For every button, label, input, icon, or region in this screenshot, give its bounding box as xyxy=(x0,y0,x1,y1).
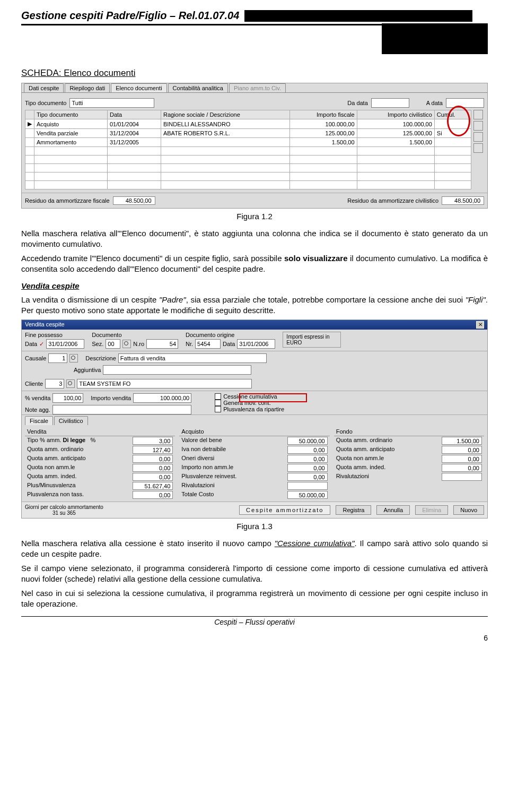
annulla-button[interactable]: Annulla xyxy=(376,505,410,515)
data-label: Data xyxy=(25,341,37,347)
elimina-button: Elimina xyxy=(415,505,448,515)
field[interactable]: 0,00 xyxy=(287,455,328,463)
field[interactable]: 51.627,40 xyxy=(133,482,173,490)
col-fondo: Fondo xyxy=(334,427,484,436)
a-data-field[interactable] xyxy=(446,98,484,108)
field[interactable] xyxy=(442,473,482,481)
field[interactable]: 127,40 xyxy=(133,446,173,454)
note-field[interactable] xyxy=(52,405,191,414)
importo-vendita-field[interactable]: 100.000,00 xyxy=(133,393,191,403)
cespite-ammortizzato-button[interactable]: Cespite ammortizzato xyxy=(239,505,330,515)
res-fiscale-value: 48.500,00 xyxy=(113,196,155,205)
res-civ-value: 48.500,00 xyxy=(442,196,484,205)
action-icon[interactable] xyxy=(473,143,483,153)
nro-field[interactable]: 54 xyxy=(146,339,178,349)
registra-button[interactable]: Registra xyxy=(336,505,371,515)
field[interactable]: 0,00 xyxy=(133,491,173,499)
tab-piano: Piano amm.to Civ. xyxy=(229,83,286,92)
window-title: Vendita cespite xyxy=(25,321,65,329)
data-origine-field[interactable]: 31/01/2006 xyxy=(237,339,275,349)
documento-label: Documento xyxy=(92,332,178,338)
data-field[interactable]: 31/01/2006 xyxy=(46,339,84,349)
col-cumul[interactable]: Cumul. xyxy=(434,110,471,119)
genera-mov-label: Genera mov. cont. xyxy=(223,400,271,406)
field[interactable]: 0,00 xyxy=(133,455,173,463)
nr-field[interactable]: 5454 xyxy=(195,339,221,349)
field[interactable]: 0,00 xyxy=(287,464,328,472)
header-block xyxy=(382,23,488,54)
lookup-icon[interactable] xyxy=(69,354,78,362)
field[interactable]: 0,00 xyxy=(442,455,482,463)
res-civ-label: Residuo da ammortizzare civilistico xyxy=(347,197,438,204)
field[interactable]: 0,00 xyxy=(442,446,482,454)
tipo-documento-field[interactable]: Tutti xyxy=(69,98,154,108)
paragraph: Se il campo viene selezionato, il progra… xyxy=(21,563,488,584)
causale-label: Causale xyxy=(25,355,46,361)
col-civilistico[interactable]: Importo civilistico xyxy=(357,110,434,119)
plusvalenza-checkbox[interactable] xyxy=(215,406,221,412)
col-vendita: Vendita xyxy=(25,427,175,436)
field[interactable]: 50.000,00 xyxy=(287,437,328,445)
field[interactable] xyxy=(287,482,328,490)
tab-fiscale[interactable]: Fiscale xyxy=(25,416,53,425)
preview-icon[interactable] xyxy=(473,110,483,119)
elenco-documenti-screenshot: Dati cespite Riepilogo dati Elenco docum… xyxy=(21,83,488,209)
paragraph: La vendita o dismissione di un cespite "… xyxy=(21,295,488,315)
footer-center: Cespiti – Flussi operativi xyxy=(21,618,488,626)
tipo-documento-label: Tipo documento xyxy=(25,100,66,106)
causale-field[interactable]: 1 xyxy=(48,353,67,363)
sez-label: Sez. xyxy=(92,341,103,347)
da-data-field[interactable] xyxy=(371,98,409,108)
paragraph: Nella maschera relativa all'"Elenco docu… xyxy=(21,228,488,249)
paragraph: Accedendo tramite l'"Elenco documenti" d… xyxy=(21,253,488,274)
genera-mov-checkbox[interactable] xyxy=(215,400,221,406)
documenti-table: Tipo documento Data Ragione sociale / De… xyxy=(25,110,471,189)
tab-dati-cespite[interactable]: Dati cespite xyxy=(24,83,64,92)
note-label: Note agg. xyxy=(25,407,50,413)
lookup-icon[interactable] xyxy=(66,379,75,388)
a-data-label: A data xyxy=(426,100,443,106)
col-data[interactable]: Data xyxy=(107,110,161,119)
tab-riepilogo[interactable]: Riepilogo dati xyxy=(65,83,110,92)
save-icon[interactable] xyxy=(473,121,483,131)
da-data-label: Da data xyxy=(347,100,368,106)
field[interactable]: 0,00 xyxy=(442,464,482,472)
pct-vendita-field[interactable]: 100,00 xyxy=(52,393,83,403)
pct-vendita-label: % vendita xyxy=(25,395,50,401)
tabs-row: Dati cespite Riepilogo dati Elenco docum… xyxy=(22,83,487,93)
doc-title: Gestione cespiti Padre/Figlio – Rel.01.0… xyxy=(21,10,239,21)
action-icon[interactable] xyxy=(473,132,483,142)
lookup-icon[interactable] xyxy=(122,340,131,348)
figure-caption: Figura 1.3 xyxy=(21,522,488,531)
table-row[interactable]: Vendita parziale31/12/2004ABATE ROBERTO … xyxy=(25,129,471,138)
nuovo-button[interactable]: Nuovo xyxy=(453,505,484,515)
tab-elenco-documenti[interactable]: Elenco documenti xyxy=(111,83,166,92)
descrizione-field[interactable]: Fattura di vendita xyxy=(118,353,267,363)
pct-field[interactable]: 3,00 xyxy=(133,437,173,445)
giorni-value: 31 su 365 xyxy=(25,510,103,516)
page-number: 6 xyxy=(21,634,488,642)
close-icon[interactable]: ✕ xyxy=(476,321,484,329)
table-row[interactable]: ▶Acquisto01/01/2004BINDELLI ALESSANDRO10… xyxy=(25,119,471,129)
giorni-label: Giorni per calcolo ammortamento xyxy=(25,504,103,510)
cessione-cumulativa-checkbox[interactable] xyxy=(215,393,221,400)
field[interactable]: 0,00 xyxy=(133,464,173,472)
col-ragione[interactable]: Ragione sociale / Descrizione xyxy=(161,110,289,119)
field[interactable]: 0,00 xyxy=(287,473,328,481)
aggiuntiva-field[interactable] xyxy=(103,365,251,375)
figure-caption: Figura 1.2 xyxy=(21,212,488,221)
sez-field[interactable]: 00 xyxy=(106,339,120,349)
col-fiscale[interactable]: Importo fiscale xyxy=(289,110,357,119)
col-acquisto: Acquisto xyxy=(179,427,329,436)
col-tipo[interactable]: Tipo documento xyxy=(34,110,108,119)
field[interactable]: 0,00 xyxy=(287,446,328,454)
field[interactable]: 1.500,00 xyxy=(442,437,482,445)
data-origine-label: Data xyxy=(223,341,235,347)
field[interactable]: 50.000,00 xyxy=(287,491,328,499)
tab-civilistico[interactable]: Civilistico xyxy=(54,416,88,425)
paragraph: Nella maschera relativa alla cessione è … xyxy=(21,538,488,559)
cliente-field[interactable]: 3 xyxy=(45,379,64,388)
tab-contabilita[interactable]: Contabilità analitica xyxy=(168,83,228,92)
table-row[interactable]: Ammortamento31/12/20051.500,001.500,00 xyxy=(25,138,471,147)
field[interactable]: 0,00 xyxy=(133,473,173,481)
